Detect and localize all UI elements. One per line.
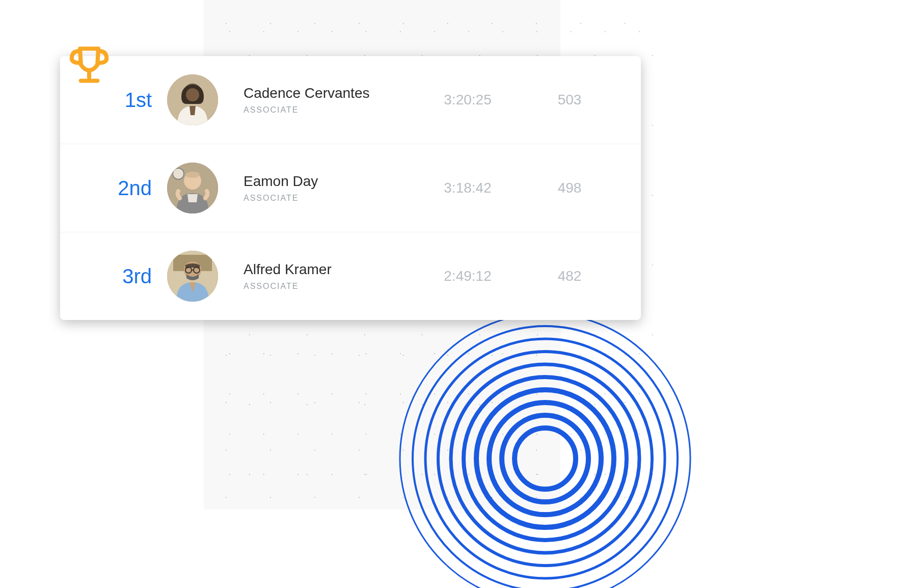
score-value: 498 [519, 180, 621, 196]
svg-point-14 [186, 88, 199, 101]
leaderboard-row: 2nd Eamon Day ASSOCIATE 3:18:42 498 [60, 144, 641, 232]
avatar [167, 163, 218, 213]
leaderboard-row: 3rd Alfred Kramer ASSOCIATE 2:49:12 482 [60, 232, 641, 320]
person-name: Alfred Kramer [244, 261, 417, 278]
person-role: ASSOCIATE [244, 282, 417, 291]
time-value: 2:49:12 [417, 268, 519, 284]
svg-point-16 [173, 168, 184, 179]
score-value: 482 [519, 268, 621, 284]
leaderboard-row: 1st Cadence Cervantes ASSOCIATE 3:20:25 … [60, 56, 641, 144]
leaderboard-card: 1st Cadence Cervantes ASSOCIATE 3:20:25 … [60, 56, 641, 320]
rank-label: 2nd [60, 177, 167, 200]
name-block: Alfred Kramer ASSOCIATE [233, 261, 417, 291]
svg-point-18 [185, 172, 200, 178]
time-value: 3:20:25 [417, 92, 519, 108]
person-role: ASSOCIATE [244, 194, 417, 203]
time-value: 3:18:42 [417, 180, 519, 196]
rank-label: 1st [60, 89, 167, 112]
person-name: Cadence Cervantes [244, 85, 417, 101]
name-block: Eamon Day ASSOCIATE [233, 173, 417, 203]
score-value: 503 [519, 92, 621, 108]
person-name: Eamon Day [244, 173, 417, 190]
person-role: ASSOCIATE [244, 105, 417, 115]
name-block: Cadence Cervantes ASSOCIATE [233, 85, 417, 115]
trophy-icon [66, 42, 112, 88]
avatar [167, 74, 218, 125]
avatar [167, 251, 218, 302]
rank-label: 3rd [60, 265, 167, 288]
